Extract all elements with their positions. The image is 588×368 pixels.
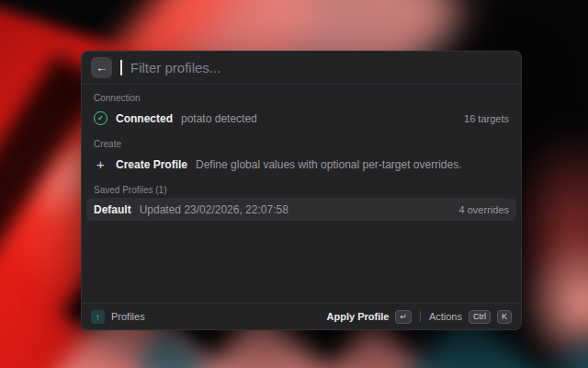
profiles-command-palette: ← Connection ✓ Connected potato detected…: [81, 51, 522, 330]
app-logo-icon: ↑: [91, 310, 105, 324]
profile-updated-timestamp: Updated 23/02/2026, 22:07:58: [140, 203, 288, 216]
ctrl-key-badge: Ctrl: [469, 310, 491, 324]
targets-count: 16 targets: [464, 113, 509, 124]
connection-status-title: Connected: [116, 112, 173, 125]
saved-profile-row-default[interactable]: Default Updated 23/02/2026, 22:07:58 4 o…: [86, 198, 516, 221]
k-key-badge: K: [497, 310, 512, 324]
connection-status-row: ✓ Connected potato detected 16 targets: [82, 106, 521, 131]
actions-button[interactable]: Actions: [429, 311, 462, 322]
create-profile-title: Create Profile: [116, 158, 187, 171]
section-label-connection: Connection: [94, 93, 509, 103]
footer-divider: [420, 311, 421, 322]
create-profile-row[interactable]: + Create Profile Define global values wi…: [82, 152, 521, 177]
connection-status-subtitle: potato detected: [181, 112, 257, 125]
check-circle-icon: ✓: [94, 111, 107, 125]
palette-footer: ↑ Profiles Apply Profile ↵ Actions Ctrl …: [82, 303, 521, 329]
apply-profile-button[interactable]: Apply Profile: [327, 311, 390, 322]
footer-brand-label: Profiles: [111, 311, 145, 322]
section-label-saved-profiles: Saved Profiles (1): [94, 185, 509, 195]
create-profile-description: Define global values with optional per-t…: [196, 158, 462, 171]
plus-icon: +: [94, 157, 107, 171]
section-label-create: Create: [94, 139, 509, 149]
back-button[interactable]: ←: [91, 57, 112, 78]
wallpaper-shape: [537, 327, 588, 368]
search-bar: ←: [82, 52, 521, 85]
enter-key-badge: ↵: [395, 310, 412, 324]
overrides-count: 4 overrides: [459, 204, 509, 215]
profile-name: Default: [94, 203, 131, 216]
text-caret: [120, 60, 122, 75]
search-input[interactable]: [130, 60, 512, 75]
